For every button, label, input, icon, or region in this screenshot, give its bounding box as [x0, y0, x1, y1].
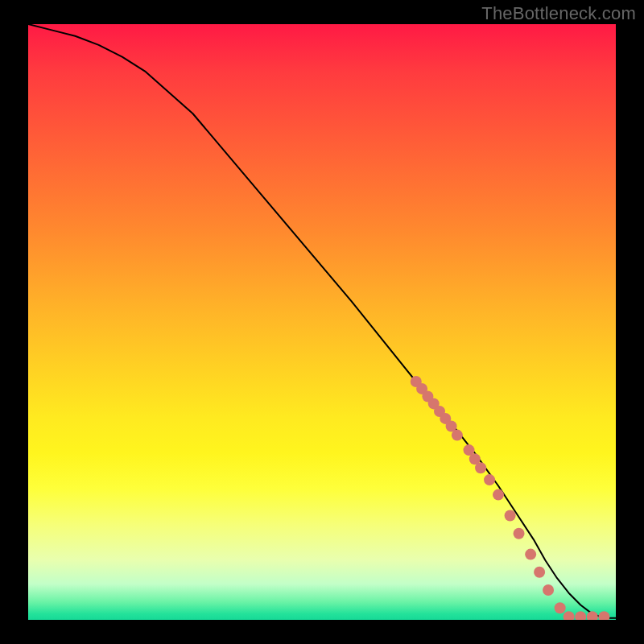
- data-point: [505, 510, 516, 522]
- chart-overlay: [28, 24, 616, 620]
- data-point: [598, 611, 609, 620]
- data-point: [587, 611, 598, 620]
- watermark-text: TheBottleneck.com: [481, 3, 636, 24]
- data-point: [575, 611, 586, 620]
- data-point: [452, 430, 463, 441]
- data-point: [534, 567, 545, 578]
- data-point: [525, 549, 536, 560]
- data-point: [543, 584, 554, 596]
- bottleneck-curve: [28, 24, 616, 618]
- data-point: [475, 462, 486, 473]
- data-point: [564, 611, 575, 620]
- data-point: [555, 602, 566, 613]
- plot-area: [28, 24, 616, 620]
- data-point: [484, 474, 495, 485]
- chart-frame: TheBottleneck.com: [0, 0, 644, 644]
- data-point: [514, 528, 525, 539]
- curve-line: [28, 24, 616, 618]
- data-point: [493, 489, 504, 501]
- curve-markers: [411, 376, 610, 620]
